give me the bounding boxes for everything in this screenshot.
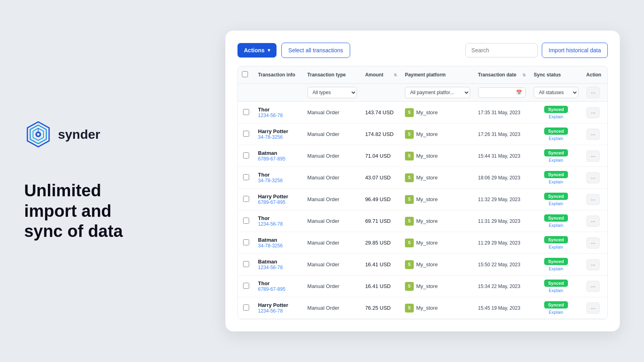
platform-name: My_store: [416, 153, 438, 159]
row-checkbox-4[interactable]: [243, 196, 249, 202]
explain-link[interactable]: Explain: [549, 201, 563, 206]
row-checkbox-5[interactable]: [243, 218, 249, 224]
row-more-button[interactable]: ···: [586, 281, 600, 292]
row-name: Batman: [258, 150, 299, 156]
row-amount: 43.07 USD: [361, 167, 401, 189]
row-more-button[interactable]: ···: [586, 194, 600, 205]
row-more-button[interactable]: ···: [586, 172, 600, 183]
row-sync-status: Synced Explain: [530, 167, 582, 189]
actions-button[interactable]: Actions ▾: [237, 43, 277, 58]
filter-amount-cell: [361, 84, 401, 102]
filter-more-button[interactable]: ···: [586, 87, 600, 98]
row-platform: S My_store: [401, 210, 474, 232]
row-amount: 96.49 USD: [361, 189, 401, 210]
row-checkbox-9[interactable]: [243, 304, 249, 311]
row-id[interactable]: 1234-56-78: [258, 308, 299, 314]
row-id[interactable]: 1234-56-78: [258, 221, 299, 227]
row-id[interactable]: 6789-67-895: [258, 286, 299, 292]
row-checkbox-cell: [238, 189, 254, 210]
row-id[interactable]: 1234-56-78: [258, 265, 299, 270]
row-sync-status: Synced Explain: [530, 102, 582, 123]
platform-name: My_store: [416, 305, 438, 311]
row-checkbox-2[interactable]: [243, 152, 249, 158]
row-action-cell: ···: [582, 167, 607, 189]
row-platform: S My_store: [401, 167, 474, 189]
row-id[interactable]: 6789-67-895: [258, 156, 299, 162]
th-transaction-info: Transaction info: [254, 66, 303, 84]
import-historical-button[interactable]: Import historical data: [542, 43, 608, 58]
platform-name: My_store: [416, 283, 438, 289]
row-amount: 71.04 USD: [361, 145, 401, 167]
row-checkbox-3[interactable]: [243, 174, 249, 180]
explain-link[interactable]: Explain: [549, 245, 563, 249]
table-body: Thor 1234-56-78 Manual Order 143.74 USD …: [238, 102, 607, 319]
synced-badge: Synced: [544, 193, 568, 200]
row-more-button[interactable]: ···: [586, 129, 600, 140]
search-area: Import historical data: [465, 43, 608, 58]
row-more-button[interactable]: ···: [586, 150, 600, 162]
platform-name: My_store: [416, 196, 438, 202]
shopify-icon: S: [405, 173, 414, 182]
synced-badge: Synced: [544, 236, 568, 243]
status-filter-select[interactable]: All statuses Synced: [534, 87, 578, 98]
row-amount: 16.41 USD: [361, 276, 401, 297]
row-transaction-info: Harry Potter 1234-56-78: [254, 297, 303, 319]
row-checkbox-1[interactable]: [243, 131, 249, 137]
select-all-checkbox[interactable]: [242, 71, 248, 77]
table-row: Thor 1234-56-78 Manual Order 143.74 USD …: [238, 102, 607, 123]
row-action-cell: ···: [582, 123, 607, 145]
amount-resize-handle[interactable]: ⇅: [394, 73, 397, 77]
filter-date-cell: 📅: [474, 84, 530, 102]
date-filter-input[interactable]: 📅: [478, 87, 526, 98]
row-id[interactable]: 34-78-3256: [258, 178, 299, 183]
row-checkbox-0[interactable]: [243, 109, 249, 115]
row-id[interactable]: 34-78-3256: [258, 134, 299, 140]
row-checkbox-6[interactable]: [243, 239, 249, 245]
search-input[interactable]: [465, 43, 538, 58]
explain-link[interactable]: Explain: [549, 223, 563, 228]
row-platform: S My_store: [401, 123, 474, 145]
explain-link[interactable]: Explain: [549, 136, 563, 141]
calendar-icon[interactable]: 📅: [516, 90, 522, 95]
row-id[interactable]: 6789-67-895: [258, 200, 299, 205]
platform-name: My_store: [416, 109, 438, 115]
table-row: Thor 6789-67-895 Manual Order 16.41 USD …: [238, 276, 607, 297]
row-type: Manual Order: [303, 145, 361, 167]
explain-link[interactable]: Explain: [549, 158, 563, 162]
explain-link[interactable]: Explain: [549, 179, 563, 184]
row-more-button[interactable]: ···: [586, 107, 600, 118]
row-more-button[interactable]: ···: [586, 237, 600, 249]
row-action-cell: ···: [582, 276, 607, 297]
row-action-cell: ···: [582, 210, 607, 232]
th-transaction-type: Transaction type: [303, 66, 361, 84]
row-action-cell: ···: [582, 232, 607, 254]
row-action-cell: ···: [582, 145, 607, 167]
row-type: Manual Order: [303, 232, 361, 254]
select-all-button[interactable]: Select all transactions: [281, 43, 350, 58]
explain-link[interactable]: Explain: [549, 288, 563, 293]
row-amount: 174.82 USD: [361, 123, 401, 145]
row-platform: S My_store: [401, 297, 474, 319]
row-id[interactable]: 34-78-3256: [258, 243, 299, 249]
row-amount: 143.74 USD: [361, 102, 401, 123]
row-more-button[interactable]: ···: [586, 216, 600, 227]
row-checkbox-8[interactable]: [243, 283, 249, 289]
row-checkbox-7[interactable]: [243, 261, 249, 267]
row-type: Manual Order: [303, 123, 361, 145]
transactions-card: Actions ▾ Select all transactions Import…: [225, 31, 620, 331]
row-name: Thor: [258, 172, 299, 178]
row-id[interactable]: 1234-56-78: [258, 113, 299, 118]
row-more-button[interactable]: ···: [586, 302, 600, 314]
explain-link[interactable]: Explain: [549, 310, 563, 315]
row-transaction-info: Thor 34-78-3256: [254, 167, 303, 189]
th-sync-status: Sync status: [530, 66, 582, 84]
synced-badge: Synced: [544, 280, 568, 287]
row-more-button[interactable]: ···: [586, 259, 600, 270]
toolbar: Actions ▾ Select all transactions Import…: [237, 43, 608, 58]
explain-link[interactable]: Explain: [549, 114, 563, 119]
platform-filter-select[interactable]: All payment platfor...: [405, 87, 470, 98]
date-resize-handle[interactable]: ⇅: [522, 73, 526, 77]
explain-link[interactable]: Explain: [549, 266, 563, 271]
table-row: Batman 34-78-3256 Manual Order 29.85 USD…: [238, 232, 607, 254]
type-filter-select[interactable]: All types Manual Order: [308, 87, 357, 98]
